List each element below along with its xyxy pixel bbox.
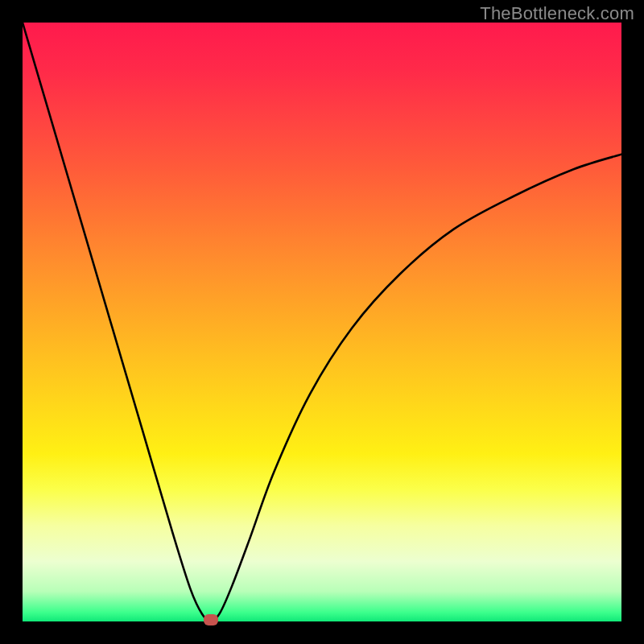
chart-frame: TheBottleneck.com xyxy=(0,0,644,644)
plot-area xyxy=(23,23,621,621)
minimum-marker xyxy=(204,614,218,625)
bottleneck-curve xyxy=(23,23,621,621)
watermark-text: TheBottleneck.com xyxy=(480,3,634,24)
